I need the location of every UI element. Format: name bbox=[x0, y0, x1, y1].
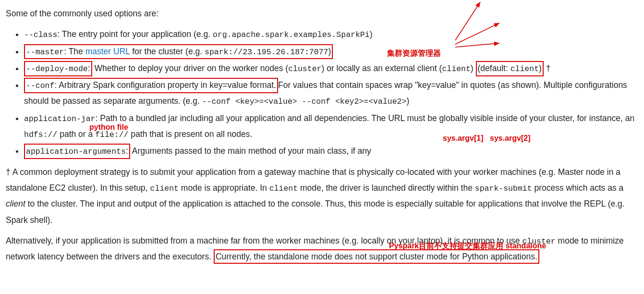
svg-line-0 bbox=[455, 2, 480, 40]
annot-pyspark-note: Pyspark目前不支持提交集群应用 standalone bbox=[389, 239, 546, 253]
annot-cluster-manager: 集群资源管理器 bbox=[387, 46, 441, 61]
annot-argv2: sys.argv[2] bbox=[490, 131, 531, 146]
svg-line-2 bbox=[455, 43, 499, 47]
annotation-arrows bbox=[0, 0, 644, 192]
annot-argv1: sys.argv[1] bbox=[443, 131, 484, 146]
svg-line-1 bbox=[455, 23, 499, 44]
annot-python-file: python file bbox=[89, 120, 128, 135]
